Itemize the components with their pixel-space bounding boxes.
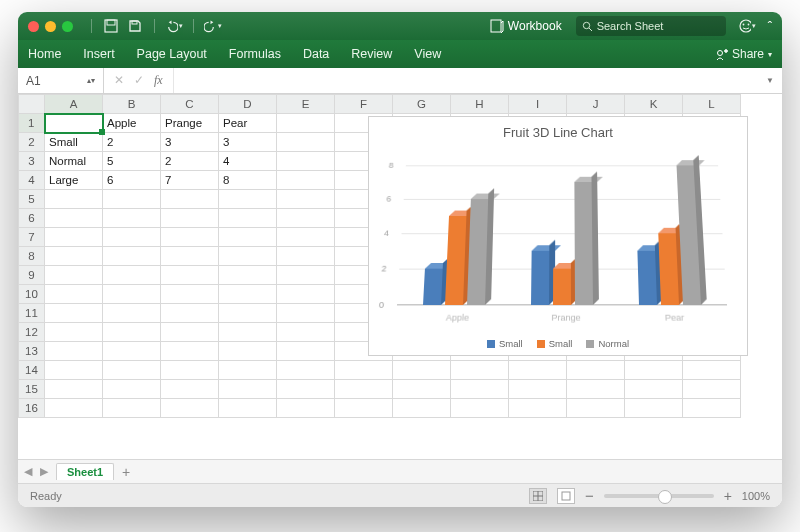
cell[interactable] — [103, 190, 161, 209]
row-header[interactable]: 1 — [19, 114, 45, 133]
cell[interactable] — [219, 380, 277, 399]
cell[interactable] — [103, 399, 161, 418]
cell[interactable] — [277, 266, 335, 285]
tab-view[interactable]: View — [414, 47, 441, 61]
cell[interactable] — [161, 399, 219, 418]
sheet-tab[interactable]: Sheet1 — [56, 463, 114, 480]
cell[interactable]: Normal — [45, 152, 103, 171]
cell[interactable] — [45, 114, 103, 133]
cell[interactable] — [219, 190, 277, 209]
cell[interactable] — [161, 209, 219, 228]
cell[interactable] — [567, 361, 625, 380]
zoom-slider[interactable] — [604, 494, 714, 498]
cell[interactable] — [277, 323, 335, 342]
cell[interactable] — [509, 361, 567, 380]
cell[interactable] — [45, 190, 103, 209]
cell[interactable] — [277, 399, 335, 418]
cell[interactable]: Large — [45, 171, 103, 190]
feedback-icon[interactable]: ▾ — [738, 17, 756, 35]
cell[interactable] — [277, 133, 335, 152]
cell[interactable] — [277, 152, 335, 171]
cell[interactable] — [161, 342, 219, 361]
col-header[interactable]: I — [509, 95, 567, 114]
cell[interactable] — [103, 266, 161, 285]
cell[interactable] — [45, 304, 103, 323]
cell[interactable] — [277, 209, 335, 228]
cell[interactable] — [393, 399, 451, 418]
close-icon[interactable] — [28, 21, 39, 32]
col-header[interactable]: L — [683, 95, 741, 114]
cell[interactable] — [451, 380, 509, 399]
row-header[interactable]: 7 — [19, 228, 45, 247]
cell[interactable] — [103, 285, 161, 304]
cell[interactable] — [45, 361, 103, 380]
cell[interactable]: 3 — [161, 133, 219, 152]
cell[interactable] — [161, 285, 219, 304]
cancel-formula-icon[interactable]: ✕ — [114, 73, 124, 88]
cell[interactable] — [219, 209, 277, 228]
formula-input[interactable] — [173, 68, 758, 93]
cell[interactable]: 8 — [219, 171, 277, 190]
autosave-icon[interactable] — [102, 17, 120, 35]
cell[interactable]: 4 — [219, 152, 277, 171]
cell[interactable]: 2 — [161, 152, 219, 171]
cell[interactable]: 2 — [103, 133, 161, 152]
add-sheet-button[interactable]: + — [122, 464, 130, 480]
tab-insert[interactable]: Insert — [83, 47, 114, 61]
cell[interactable] — [103, 247, 161, 266]
col-header[interactable]: C — [161, 95, 219, 114]
accept-formula-icon[interactable]: ✓ — [134, 73, 144, 88]
cell[interactable] — [683, 399, 741, 418]
undo-icon[interactable]: ▾ — [165, 17, 183, 35]
row-header[interactable]: 9 — [19, 266, 45, 285]
cell[interactable] — [277, 342, 335, 361]
row-header[interactable]: 13 — [19, 342, 45, 361]
cell[interactable]: Pear — [219, 114, 277, 133]
zoom-out-button[interactable]: − — [585, 487, 594, 504]
cell[interactable] — [219, 342, 277, 361]
col-header[interactable]: E — [277, 95, 335, 114]
cell[interactable] — [161, 304, 219, 323]
chevron-up-down-icon[interactable]: ▴▾ — [87, 76, 95, 85]
ribbon-toggle-icon[interactable]: ˆ — [768, 19, 772, 34]
spreadsheet-grid[interactable]: A B C D E F G H I J K L 1ApplePrangePear… — [18, 94, 782, 459]
row-header[interactable]: 15 — [19, 380, 45, 399]
cell[interactable] — [45, 209, 103, 228]
cell[interactable] — [103, 380, 161, 399]
zoom-in-button[interactable]: + — [724, 488, 732, 504]
cell[interactable] — [335, 380, 393, 399]
cell[interactable]: Small — [45, 133, 103, 152]
row-header[interactable]: 5 — [19, 190, 45, 209]
cell[interactable] — [219, 228, 277, 247]
cell[interactable]: 6 — [103, 171, 161, 190]
col-header[interactable]: A — [45, 95, 103, 114]
cell[interactable] — [219, 285, 277, 304]
row-header[interactable]: 14 — [19, 361, 45, 380]
expand-formula-icon[interactable]: ▼ — [758, 76, 782, 85]
col-header[interactable]: J — [567, 95, 625, 114]
cell[interactable] — [103, 361, 161, 380]
cell[interactable] — [45, 228, 103, 247]
row-header[interactable]: 6 — [19, 209, 45, 228]
cell[interactable] — [161, 228, 219, 247]
cell[interactable] — [161, 247, 219, 266]
cell[interactable] — [45, 266, 103, 285]
embedded-chart[interactable]: Fruit 3D Line Chart 02468ApplePrangePear… — [368, 116, 748, 356]
col-header[interactable]: G — [393, 95, 451, 114]
cell[interactable] — [335, 399, 393, 418]
cell[interactable] — [625, 361, 683, 380]
cell[interactable]: Prange — [161, 114, 219, 133]
cell[interactable] — [393, 380, 451, 399]
cell[interactable] — [335, 361, 393, 380]
zoom-level[interactable]: 100% — [742, 490, 770, 502]
cell[interactable]: Apple — [103, 114, 161, 133]
tab-formulas[interactable]: Formulas — [229, 47, 281, 61]
cell[interactable] — [45, 342, 103, 361]
cell[interactable] — [683, 361, 741, 380]
cell[interactable] — [277, 228, 335, 247]
cell[interactable] — [509, 380, 567, 399]
cell[interactable] — [45, 247, 103, 266]
cell[interactable] — [103, 342, 161, 361]
cell[interactable] — [219, 304, 277, 323]
next-sheet-icon[interactable]: ▶ — [40, 465, 48, 478]
